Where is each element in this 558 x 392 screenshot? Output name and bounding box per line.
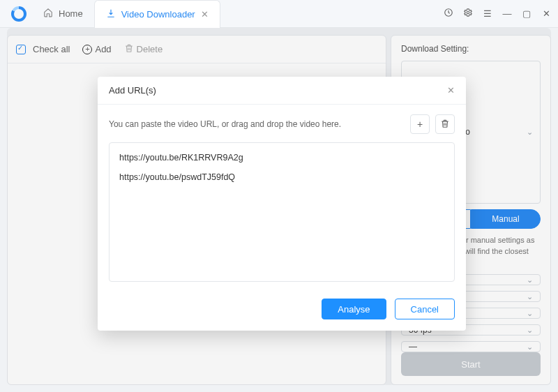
tab-home[interactable]: Home: [32, 0, 94, 28]
svg-point-1: [467, 11, 469, 14]
url-textarea[interactable]: https://youtu.be/RK1RRVR9A2g https://you…: [109, 142, 455, 282]
minimize-icon[interactable]: —: [501, 8, 513, 19]
download-icon: [106, 8, 116, 20]
menu-icon[interactable]: ☰: [481, 8, 494, 19]
gear-icon[interactable]: [462, 8, 474, 20]
history-icon[interactable]: [442, 8, 455, 20]
trash-icon: [440, 119, 450, 130]
modal-title: Add URL(s): [109, 85, 156, 96]
window-close-icon[interactable]: ✕: [540, 8, 552, 19]
close-icon[interactable]: ✕: [201, 9, 209, 20]
modal-header: Add URL(s) ✕: [98, 77, 466, 105]
cancel-button[interactable]: Cancel: [395, 299, 455, 319]
window-controls: ☰ — ▢ ✕: [442, 8, 552, 20]
close-icon[interactable]: ✕: [447, 85, 455, 96]
modal-footer: Analyse Cancel: [98, 299, 466, 331]
modal-hint: You can paste the video URL, or drag and…: [109, 119, 341, 129]
tab-label: Video Downloader: [121, 9, 195, 20]
maximize-icon[interactable]: ▢: [520, 8, 533, 19]
tab-label: Home: [59, 8, 83, 19]
plus-icon: +: [417, 119, 423, 130]
analyse-button[interactable]: Analyse: [322, 299, 386, 319]
clear-urls-button[interactable]: [435, 114, 455, 134]
tab-video-downloader[interactable]: Video Downloader ✕: [94, 0, 220, 28]
titlebar: Home Video Downloader ✕ ☰ — ▢ ✕: [0, 0, 558, 28]
add-url-modal: Add URL(s) ✕ You can paste the video URL…: [98, 77, 466, 331]
add-url-row-button[interactable]: +: [410, 114, 430, 134]
app-logo: [11, 6, 27, 22]
url-line: https://youtu.be/RK1RRVR9A2g: [119, 153, 444, 163]
home-icon: [43, 8, 53, 20]
modal-body: You can paste the video URL, or drag and…: [98, 105, 466, 293]
url-line: https://youtu.be/pswdTJ59fdQ: [119, 172, 444, 182]
